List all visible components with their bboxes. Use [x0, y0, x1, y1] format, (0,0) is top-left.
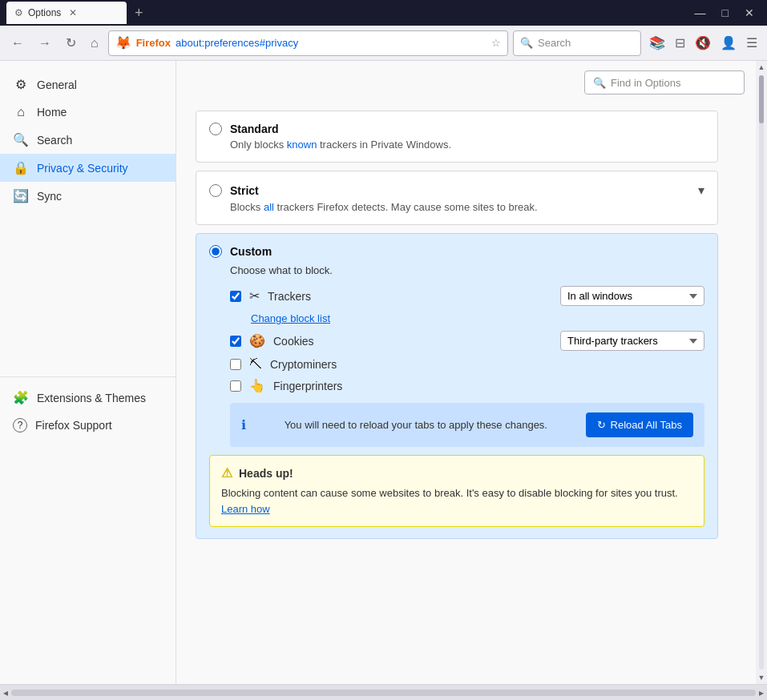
- reload-button[interactable]: ↻: [61, 32, 81, 54]
- firefox-label: Firefox: [136, 37, 171, 49]
- fingerprinters-row: 👆 Fingerprinters: [230, 378, 704, 393]
- standard-option-box: Standard Only blocks known trackers in P…: [196, 111, 718, 163]
- sidebar-label-home: Home: [37, 106, 67, 119]
- tab-favicon: ⚙: [14, 7, 23, 18]
- standard-radio[interactable]: [209, 123, 222, 135]
- sidebar-item-extensions[interactable]: 🧩 Extensions & Themes: [0, 384, 176, 412]
- cookies-row: 🍪 Cookies Third-party trackers All third…: [230, 331, 704, 351]
- cookies-checkbox[interactable]: [230, 336, 241, 347]
- bookmark-icon[interactable]: ☆: [491, 37, 501, 49]
- close-button[interactable]: ✕: [738, 6, 761, 19]
- home-button[interactable]: ⌂: [86, 33, 103, 54]
- find-in-options-bar[interactable]: 🔍 Find in Options: [584, 70, 745, 95]
- custom-radio[interactable]: [209, 245, 222, 258]
- custom-option-box: Custom Choose what to block. ✂ Trackers …: [196, 233, 718, 539]
- heads-up-text: Blocking content can cause some websites…: [221, 485, 692, 517]
- standard-title: Standard: [230, 123, 279, 135]
- cryptominers-checkbox[interactable]: [230, 359, 241, 370]
- back-button[interactable]: ←: [6, 33, 29, 54]
- heads-up-body: Blocking content can cause some websites…: [221, 487, 678, 499]
- scroll-thumb[interactable]: [759, 75, 764, 123]
- new-tab-button[interactable]: +: [130, 6, 148, 20]
- sidebar-bottom: 🧩 Extensions & Themes ? Firefox Support: [0, 376, 176, 445]
- sidebar-item-sync[interactable]: 🔄 Sync: [0, 182, 176, 210]
- reload-notice-text: You will need to reload your tabs to app…: [285, 419, 547, 431]
- fingerprinters-label: Fingerprinters: [273, 380, 704, 392]
- strict-label[interactable]: Strict: [209, 184, 259, 197]
- minimize-button[interactable]: —: [688, 6, 713, 19]
- active-tab[interactable]: ⚙ Options ✕: [6, 2, 127, 24]
- scroll-down-arrow[interactable]: ▼: [756, 671, 767, 684]
- h-scroll-track[interactable]: [11, 690, 756, 696]
- trackers-label: Trackers: [268, 290, 552, 303]
- maximize-button[interactable]: □: [716, 6, 735, 19]
- tab-close-button[interactable]: ✕: [69, 7, 77, 18]
- firefox-logo: 🦊: [115, 35, 131, 50]
- sync-icon[interactable]: ⊟: [672, 32, 688, 54]
- scroll-up-arrow[interactable]: ▲: [756, 61, 767, 74]
- strict-title: Strict: [230, 184, 259, 197]
- sidebar-label-general: General: [37, 78, 77, 91]
- scroll-track[interactable]: [759, 75, 764, 670]
- forward-button[interactable]: →: [34, 33, 56, 54]
- standard-highlight: known: [287, 139, 317, 151]
- search-placeholder: Search: [538, 37, 571, 49]
- strict-row: Strict ▾: [209, 183, 704, 198]
- nav-bar: ← → ↻ ⌂ 🦊 Firefox about:preferences#priv…: [0, 26, 767, 61]
- window-controls: — □ ✕: [688, 6, 761, 19]
- standard-label[interactable]: Standard: [209, 123, 704, 135]
- search-sidebar-icon: 🔍: [13, 132, 29, 147]
- general-icon: ⚙: [13, 77, 29, 92]
- scroll-left-arrow[interactable]: ◂: [3, 687, 8, 698]
- cryptominers-label: Cryptominers: [270, 358, 704, 371]
- sidebar-item-home[interactable]: ⌂ Home: [0, 99, 176, 126]
- library-icon[interactable]: 📚: [646, 32, 668, 54]
- cryptominers-row: ⛏ Cryptominers: [230, 357, 704, 372]
- reload-all-tabs-button[interactable]: ↻ Reload All Tabs: [586, 412, 693, 437]
- trackers-row: ✂ Trackers In all windows Only in privat…: [230, 286, 704, 306]
- url-bar[interactable]: 🦊 Firefox about:preferences#privacy ☆: [108, 30, 508, 56]
- reload-info-icon: ℹ: [241, 417, 246, 432]
- custom-label[interactable]: Custom: [209, 245, 704, 258]
- menu-icon[interactable]: ☰: [743, 32, 761, 54]
- strict-radio[interactable]: [209, 184, 222, 197]
- strict-option-box: Strict ▾ Blocks all trackers Firefox det…: [196, 171, 718, 225]
- trackers-icon: ✂: [249, 288, 260, 304]
- sidebar: ⚙ General ⌂ Home 🔍 Search 🔒 Privacy & Se…: [0, 61, 176, 684]
- cryptominers-icon: ⛏: [249, 357, 262, 372]
- reload-notice: ℹ You will need to reload your tabs to a…: [230, 403, 704, 447]
- change-block-list-link[interactable]: Change block list: [251, 312, 704, 324]
- strict-expand-icon[interactable]: ▾: [698, 183, 704, 198]
- title-bar: ⚙ Options ✕ + — □ ✕: [0, 0, 767, 26]
- extensions-icon: 🧩: [13, 390, 29, 405]
- sidebar-item-search[interactable]: 🔍 Search: [0, 126, 176, 154]
- privacy-icon: 🔒: [13, 160, 29, 175]
- sidebar-label-privacy: Privacy & Security: [37, 162, 128, 175]
- cookies-dropdown[interactable]: Third-party trackers All third-party coo…: [560, 331, 704, 351]
- sidebar-item-support[interactable]: ? Firefox Support: [0, 412, 176, 439]
- trackers-checkbox[interactable]: [230, 291, 241, 302]
- search-icon: 🔍: [520, 37, 533, 49]
- trackers-dropdown[interactable]: In all windows Only in private windows: [560, 286, 704, 306]
- find-icon: 🔍: [593, 77, 606, 89]
- reload-btn-icon: ↻: [597, 419, 606, 431]
- url-text: about:preferences#privacy: [176, 37, 486, 49]
- reload-btn-label: Reload All Tabs: [611, 419, 682, 431]
- sidebar-item-general[interactable]: ⚙ General: [0, 70, 176, 99]
- search-bar[interactable]: 🔍 Search: [513, 30, 641, 56]
- content-area: 🔍 Find in Options Standard Only blocks k…: [176, 61, 767, 684]
- custom-choose-text: Choose what to block.: [230, 264, 704, 276]
- scroll-right-arrow[interactable]: ▸: [759, 687, 764, 698]
- profile-icon[interactable]: 👤: [717, 32, 740, 54]
- find-placeholder: Find in Options: [611, 77, 680, 89]
- heads-up-title: ⚠ Heads up!: [221, 465, 692, 481]
- learn-how-link[interactable]: Learn how: [221, 503, 270, 515]
- heads-up-box: ⚠ Heads up! Blocking content can cause s…: [209, 455, 704, 527]
- standard-description: Only blocks known trackers in Private Wi…: [230, 139, 704, 151]
- vertical-scrollbar[interactable]: ▲ ▼: [756, 61, 767, 684]
- mute-icon[interactable]: 🔇: [692, 32, 714, 54]
- horizontal-scrollbar[interactable]: ◂ ▸: [0, 684, 767, 700]
- sidebar-label-support: Firefox Support: [35, 419, 112, 432]
- sidebar-item-privacy[interactable]: 🔒 Privacy & Security: [0, 154, 176, 182]
- fingerprinters-checkbox[interactable]: [230, 380, 241, 392]
